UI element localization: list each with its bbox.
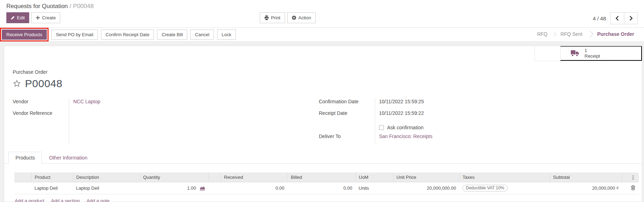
star-icon[interactable]	[13, 79, 21, 88]
column-header-subtotal[interactable]: Subtotal	[550, 172, 622, 182]
status-steps: RFQ RFQ Sent Purchase Order	[532, 28, 644, 40]
ask-confirmation-label: Ask confirmation	[387, 125, 423, 130]
truck-icon	[570, 50, 580, 57]
edit-button[interactable]: Edit	[6, 12, 29, 23]
action-button[interactable]: Action	[287, 12, 316, 23]
page-title: P00048	[25, 78, 62, 90]
cell-description[interactable]: Laptop Dell	[73, 182, 140, 194]
notebook-tabs: Products Other Information	[4, 152, 642, 164]
fields-area: Vendor Vendor Reference NCC Laptop Confi…	[4, 98, 642, 144]
create-button-label: Create	[42, 15, 56, 20]
table-header-row: Product Description Quantity Received Bi…	[14, 172, 639, 182]
pager-value: 4 / 48	[593, 15, 606, 21]
print-button[interactable]: Print	[260, 12, 285, 23]
forecast-chart-icon[interactable]	[200, 185, 205, 191]
create-button[interactable]: Create	[31, 12, 60, 23]
status-step-rfq-sent[interactable]: RFQ Sent	[556, 31, 587, 37]
status-step-rfq[interactable]: RFQ	[532, 31, 553, 37]
report-actions: Print Action	[260, 12, 316, 23]
row-handle-cell	[14, 182, 31, 194]
column-header-billed[interactable]: Billed	[288, 172, 355, 182]
cell-subtotal: 20,000,000 ₫	[550, 182, 622, 194]
list-footer-links: Add a product Add a section Add a note	[15, 198, 642, 202]
smart-button-spacer	[535, 46, 560, 61]
add-a-note-link[interactable]: Add a note	[87, 198, 109, 202]
pager-next-button[interactable]	[624, 13, 637, 24]
breadcrumb: Requests for Quotation/P00048	[0, 0, 644, 11]
column-header-received[interactable]: Received	[221, 172, 288, 182]
lock-button[interactable]: Lock	[217, 30, 236, 40]
deliver-to-value-link[interactable]: San Francisco: Receipts	[379, 133, 433, 139]
cell-taxes[interactable]: Deductible VAT 10%	[459, 182, 550, 194]
cell-uom[interactable]: Units	[355, 182, 393, 194]
pencil-icon	[11, 16, 15, 20]
column-header-quantity[interactable]: Quantity	[140, 172, 208, 182]
cell-product[interactable]: Laptop Dell	[31, 182, 73, 194]
content-background: 1 Receipt Purchase Order P00048 Vendor V…	[0, 41, 644, 202]
printer-icon	[264, 15, 269, 20]
form-sheet: 1 Receipt Purchase Order P00048 Vendor V…	[4, 46, 642, 202]
gear-icon	[292, 15, 296, 20]
confirm-receipt-date-button[interactable]: Confirm Receipt Date	[101, 30, 154, 40]
receipt-date-value: 10/11/2022 15:59:22	[379, 110, 424, 116]
column-header-uom[interactable]: UoM	[355, 172, 393, 182]
vendor-value-link[interactable]: NCC Laptop	[73, 99, 100, 104]
pager: 4 / 48	[593, 12, 638, 24]
column-header-product[interactable]: Product	[31, 172, 73, 182]
fields-left-column: Vendor Vendor Reference NCC Laptop	[13, 98, 319, 144]
breadcrumb-parent[interactable]: Requests for Quotation	[6, 3, 68, 9]
confirmation-date-value: 10/11/2022 15:59:25	[379, 99, 424, 104]
breadcrumb-separator: /	[70, 3, 71, 9]
smart-button-box: 1 Receipt	[535, 46, 642, 61]
column-options-header: ⋮	[622, 172, 639, 182]
deliver-to-label: Deliver To	[319, 133, 375, 144]
add-a-section-link[interactable]: Add a section	[51, 198, 80, 202]
tax-badge[interactable]: Deductible VAT 10%	[462, 185, 508, 191]
pager-previous-button[interactable]	[611, 13, 624, 24]
cell-billed[interactable]: 0.00	[288, 182, 355, 194]
tab-other-information[interactable]: Other Information	[42, 152, 94, 164]
trash-icon[interactable]	[631, 185, 636, 190]
column-header-description[interactable]: Description	[73, 172, 140, 182]
action-button-label: Action	[298, 15, 311, 20]
smart-button-text: 1 Receipt	[585, 48, 600, 59]
column-header-forecast	[208, 172, 221, 182]
edit-button-label: Edit	[17, 15, 25, 20]
receive-products-button[interactable]: Receive Products	[2, 30, 47, 40]
send-po-by-email-button[interactable]: Send PO by Email	[51, 30, 98, 40]
cell-unit-price[interactable]: 20,000,000.00	[393, 182, 459, 194]
pager-buttons	[610, 12, 638, 24]
status-step-purchase-order[interactable]: Purchase Order	[592, 31, 639, 37]
plus-icon	[36, 16, 40, 20]
confirmation-date-label: Confirmation Date	[319, 98, 375, 110]
kebab-icon[interactable]: ⋮	[631, 175, 636, 180]
handle-column-header	[14, 172, 31, 182]
receipt-count: 1	[585, 48, 600, 53]
cell-forecast-spacer	[208, 182, 221, 194]
vendor-reference-label: Vendor Reference	[13, 110, 69, 121]
chevron-left-icon	[615, 16, 619, 21]
receipt-smart-button[interactable]: 1 Receipt	[560, 46, 642, 61]
receipt-label: Receipt	[585, 53, 600, 59]
cell-received[interactable]: 0.00	[221, 182, 288, 194]
cancel-button[interactable]: Cancel	[190, 30, 214, 40]
vendor-label: Vendor	[13, 98, 69, 110]
tab-products[interactable]: Products	[8, 152, 42, 164]
doc-type-label: Purchase Order	[13, 69, 642, 75]
add-a-product-link[interactable]: Add a product	[15, 198, 44, 202]
empty-label	[319, 121, 375, 133]
breadcrumb-current: P00048	[73, 3, 94, 9]
ask-confirmation-checkbox[interactable]	[379, 125, 384, 130]
column-header-unit-price[interactable]: Unit Price	[393, 172, 459, 182]
annotation-highlight-box: Receive Products	[0, 28, 49, 41]
cell-delete	[622, 182, 639, 194]
order-lines-table: Product Description Quantity Received Bi…	[14, 172, 639, 194]
fields-right-column: Confirmation Date Receipt Date Deliver T…	[319, 98, 642, 144]
receipt-date-label: Receipt Date	[319, 110, 375, 121]
cell-quantity[interactable]: 1.00	[187, 185, 196, 191]
control-panel: Edit Create Print Action 4 / 48	[0, 11, 644, 27]
column-header-taxes[interactable]: Taxes	[459, 172, 550, 182]
table-row[interactable]: Laptop Dell Laptop Dell 1.00	[14, 182, 639, 194]
create-bill-button[interactable]: Create Bill	[157, 30, 187, 40]
print-button-label: Print	[271, 15, 280, 20]
